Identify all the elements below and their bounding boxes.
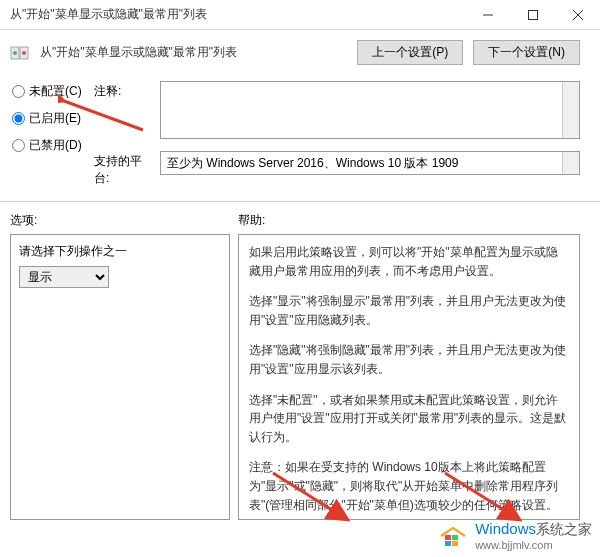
help-panel: 如果启用此策略设置，则可以将"开始"菜单配置为显示或隐藏用户最常用应用的列表，而… [238,234,580,520]
close-button[interactable] [555,0,600,30]
prev-setting-button[interactable]: 上一个设置(P) [357,40,463,65]
option-prompt: 请选择下列操作之一 [19,243,221,260]
platform-field: 至少为 Windows Server 2016、Windows 10 版本 19… [160,151,580,175]
option-select[interactable]: 显示 [19,266,109,288]
radio-enabled-label[interactable]: 已启用(E) [29,110,81,127]
help-p3: 选择"隐藏"将强制隐藏"最常用"列表，并且用户无法更改为使用"设置"应用显示该列… [249,341,569,378]
watermark: Windows系统之家 www.bjjmlv.com [437,520,592,551]
help-p4: 选择"未配置"，或者如果禁用或未配置此策略设置，则允许用户使用"设置"应用打开或… [249,391,569,447]
minimize-icon [483,10,493,20]
next-setting-button[interactable]: 下一个设置(N) [473,40,580,65]
radio-not-configured[interactable] [12,85,25,98]
options-panel: 请选择下列操作之一 显示 [10,234,230,520]
help-p5: 注意：如果在受支持的 Windows 10版本上将此策略配置为"显示"或"隐藏"… [249,458,569,514]
platform-value: 至少为 Windows Server 2016、Windows 10 版本 19… [167,155,458,172]
svg-rect-11 [445,535,451,540]
svg-point-7 [22,51,26,55]
header-title: 从"开始"菜单显示或隐藏"最常用"列表 [40,44,347,61]
window-title: 从"开始"菜单显示或隐藏"最常用"列表 [10,6,465,23]
radio-disabled[interactable] [12,139,25,152]
watermark-url: www.bjjmlv.com [475,539,592,551]
comment-textarea[interactable] [160,81,580,139]
radio-disabled-label[interactable]: 已禁用(D) [29,137,82,154]
radio-not-configured-label[interactable]: 未配置(C) [29,83,82,100]
svg-point-6 [13,51,17,55]
maximize-button[interactable] [510,0,555,30]
help-p1: 如果启用此策略设置，则可以将"开始"菜单配置为显示或隐藏用户最常用应用的列表，而… [249,243,569,280]
watermark-main: Windows系统之家 [475,520,592,539]
svg-rect-12 [452,535,458,540]
svg-rect-14 [452,541,458,546]
platform-label: 支持的平台: [94,151,156,187]
watermark-logo-icon [437,522,469,550]
close-icon [573,10,583,20]
options-label: 选项: [10,212,238,229]
svg-rect-1 [528,10,537,19]
radio-enabled[interactable] [12,112,25,125]
minimize-button[interactable] [465,0,510,30]
help-p2: 选择"显示"将强制显示"最常用"列表，并且用户无法更改为使用"设置"应用隐藏列表… [249,292,569,329]
svg-rect-13 [445,541,451,546]
policy-icon [10,44,30,62]
comment-label: 注释: [94,81,156,100]
maximize-icon [528,10,538,20]
help-label: 帮助: [238,212,265,229]
